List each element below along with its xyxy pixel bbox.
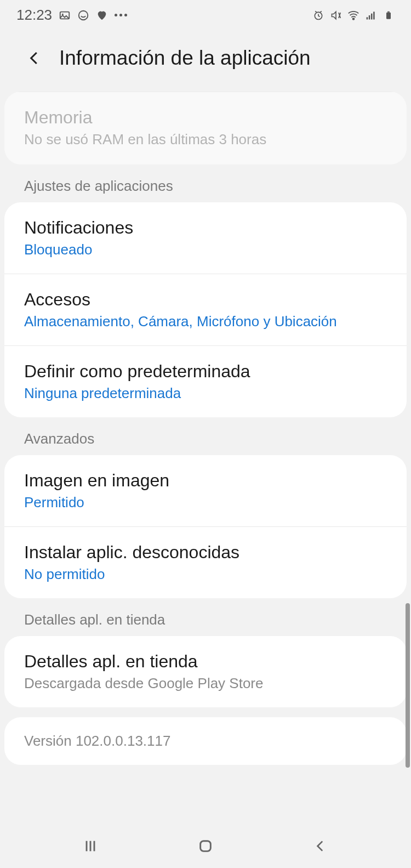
status-bar: 12:23 xyxy=(0,0,411,30)
version-card: Versión 102.0.0.13.117 xyxy=(4,717,407,765)
recents-button[interactable] xyxy=(82,838,99,854)
item-subtitle: Bloqueado xyxy=(24,241,387,258)
status-time: 12:23 xyxy=(16,7,52,24)
section-header-advanced: Avanzados xyxy=(0,417,411,455)
svg-rect-7 xyxy=(371,13,373,19)
navigation-bar xyxy=(0,824,411,868)
home-button[interactable] xyxy=(197,838,214,854)
item-title: Detalles apl. en tienda xyxy=(24,651,387,672)
heart-icon xyxy=(96,9,108,21)
svg-rect-9 xyxy=(386,12,391,19)
svg-rect-14 xyxy=(201,841,211,852)
memory-card: Memoria No se usó RAM en las últimas 3 h… xyxy=(4,92,407,164)
app-settings-card: Notificaciones Bloqueado Accesos Almacen… xyxy=(4,202,407,417)
item-subtitle: Descargada desde Google Play Store xyxy=(24,675,387,692)
page-title: Información de la aplicación xyxy=(59,47,311,70)
notifications-item[interactable]: Notificaciones Bloqueado xyxy=(4,202,407,274)
item-subtitle: Almacenamiento, Cámara, Micrófono y Ubic… xyxy=(24,313,387,330)
svg-rect-10 xyxy=(387,11,390,12)
default-item[interactable]: Definir como predeterminada Ninguna pred… xyxy=(4,345,407,417)
store-details-item[interactable]: Detalles apl. en tienda Descargada desde… xyxy=(4,636,407,707)
header: Información de la aplicación xyxy=(0,30,411,92)
item-subtitle: Permitido xyxy=(24,494,387,511)
section-header-store: Detalles apl. en tienda xyxy=(0,598,411,636)
section-header-app-settings: Ajustes de aplicaciones xyxy=(0,164,411,202)
item-subtitle: No permitido xyxy=(24,566,387,583)
mute-icon xyxy=(330,9,342,21)
svg-point-4 xyxy=(353,18,355,20)
memory-subtitle: No se usó RAM en las últimas 3 horas xyxy=(24,131,387,148)
image-icon xyxy=(59,9,71,21)
permissions-item[interactable]: Accesos Almacenamiento, Cámara, Micrófon… xyxy=(4,274,407,345)
unknown-apps-item[interactable]: Instalar aplic. desconocidas No permitid… xyxy=(4,526,407,598)
item-title: Notificaciones xyxy=(24,218,387,238)
signal-icon xyxy=(365,9,377,21)
pip-item[interactable]: Imagen en imagen Permitido xyxy=(4,455,407,526)
item-title: Instalar aplic. desconocidas xyxy=(24,542,387,563)
whatsapp-icon xyxy=(77,9,89,21)
item-subtitle: Ninguna predeterminada xyxy=(24,385,387,402)
store-card: Detalles apl. en tienda Descargada desde… xyxy=(4,636,407,707)
memory-item[interactable]: Memoria No se usó RAM en las últimas 3 h… xyxy=(4,92,407,164)
svg-point-2 xyxy=(79,10,88,20)
status-right xyxy=(312,9,395,21)
nav-back-button[interactable] xyxy=(312,838,329,854)
svg-rect-6 xyxy=(369,15,370,20)
item-title: Imagen en imagen xyxy=(24,470,387,491)
item-title: Definir como predeterminada xyxy=(24,361,387,382)
back-button[interactable] xyxy=(26,50,43,66)
item-title: Accesos xyxy=(24,290,387,310)
status-left: 12:23 xyxy=(16,7,127,24)
more-dots-icon xyxy=(115,14,127,16)
svg-rect-8 xyxy=(373,12,375,19)
svg-rect-5 xyxy=(367,17,368,19)
battery-icon xyxy=(383,9,395,21)
version-text: Versión 102.0.0.13.117 xyxy=(24,733,387,750)
scrollbar[interactable] xyxy=(406,603,410,768)
advanced-card: Imagen en imagen Permitido Instalar apli… xyxy=(4,455,407,598)
wifi-icon xyxy=(347,9,359,21)
memory-title: Memoria xyxy=(24,107,387,128)
alarm-icon xyxy=(312,9,324,21)
